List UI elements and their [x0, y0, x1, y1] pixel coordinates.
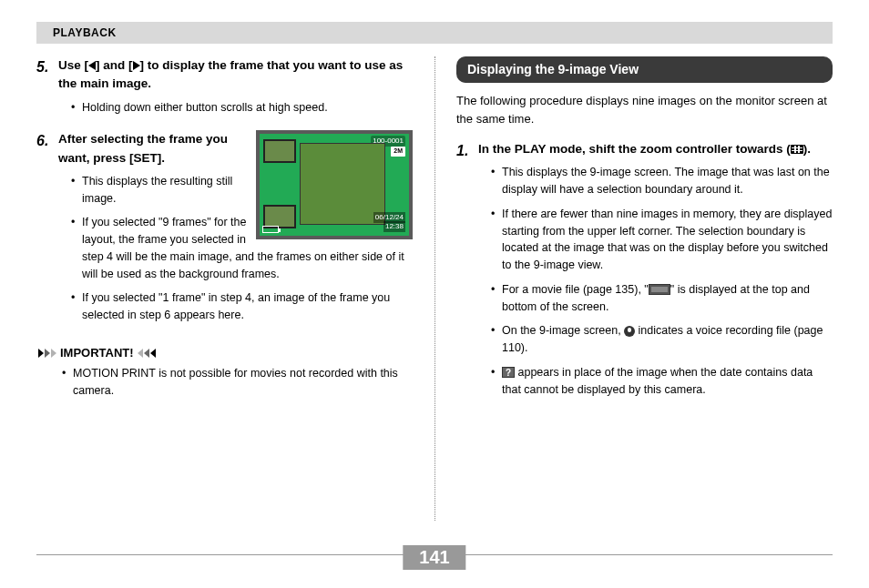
filmstrip-icon — [649, 284, 670, 295]
step-number: 5. — [36, 56, 58, 123]
right-column: Displaying the 9-image View The followin… — [434, 56, 833, 412]
step-number: 1. — [456, 140, 478, 405]
lcd-size-badge: 2M — [391, 147, 405, 157]
backward-triangles-icon — [138, 349, 156, 358]
triangle-left-icon — [88, 61, 96, 70]
page-number: 141 — [403, 545, 465, 570]
step-number: 6. — [36, 130, 58, 331]
bullet-item: ? appears in place of the image when the… — [491, 364, 833, 399]
column-divider — [434, 56, 435, 521]
bullet-item: This displays the 9-image screen. The im… — [491, 164, 833, 198]
lcd-filmstrip-top — [263, 139, 298, 165]
bullet-item: For a movie file (page 135), "" is displ… — [491, 281, 833, 316]
bullet-item: MOTION PRINT is not possible for movies … — [62, 365, 413, 400]
step-1: 1. In the PLAY mode, shift the zoom cont… — [456, 140, 833, 405]
bullet-item: If you selected "1 frame" in step 4, an … — [71, 289, 413, 324]
intro-paragraph: The following procedure displays nine im… — [456, 92, 833, 127]
triangle-right-icon — [133, 61, 140, 70]
question-mark-icon: ? — [502, 367, 515, 378]
bullet-item: This displays the resulting still image. — [71, 173, 413, 208]
bullet-item: If you selected "9 frames" for the layou… — [71, 214, 413, 282]
step-title: In the PLAY mode, shift the zoom control… — [478, 140, 833, 158]
step-6: 6. 100-0001 2M 06/12/24 12:38 — [36, 130, 413, 331]
section-header-label: PLAYBACK — [53, 26, 117, 39]
section-header-bar: PLAYBACK — [36, 22, 833, 44]
subsection-title: Displaying the 9-image View — [456, 56, 833, 83]
important-label: IMPORTANT! — [60, 344, 134, 362]
bullet-item: Holding down either button scrolls at hi… — [71, 99, 413, 117]
manual-page: PLAYBACK 5. Use [] and [] to display the… — [0, 0, 869, 588]
step-title: Use [] and [] to display the frame that … — [58, 56, 413, 94]
important-heading: IMPORTANT! — [38, 344, 413, 362]
bullet-item: If there are fewer than nine images in m… — [491, 206, 833, 274]
bullet-item: On the 9-image screen, indicates a voice… — [491, 322, 833, 357]
left-column: 5. Use [] and [] to display the frame th… — [36, 56, 434, 412]
multi-image-icon — [791, 145, 803, 154]
forward-triangles-icon — [38, 349, 56, 358]
microphone-icon — [624, 326, 635, 337]
step-5: 5. Use [] and [] to display the frame th… — [36, 56, 413, 123]
